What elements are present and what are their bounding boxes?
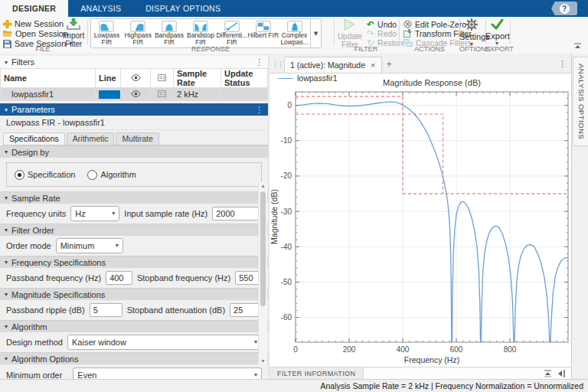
open-session-button[interactable]: Open Session [3, 29, 68, 38]
update-filter-button[interactable]: Update Filter [337, 18, 363, 49]
filter-line-cell[interactable] [96, 88, 121, 101]
filter-name-cell[interactable]: lowpassfir1 [1, 88, 96, 101]
lowpass-fir-button[interactable]: Lowpass FIR [91, 19, 122, 47]
col-sample-rate[interactable]: Sample Rate [174, 69, 221, 88]
section-divider [510, 20, 511, 44]
collapse-ribbon-icon[interactable] [573, 42, 582, 51]
filter-update-status-cell[interactable] [221, 88, 268, 101]
frequency-specs-section-header[interactable]: ▾ Frequency Specifications [0, 256, 268, 268]
gear-icon [466, 18, 478, 31]
col-line[interactable]: Line [96, 69, 121, 88]
expand-panel-icon[interactable] [544, 370, 552, 377]
edit-pole-zero-button[interactable]: Edit Pole-Zero [403, 20, 466, 28]
col-name[interactable]: Name [1, 69, 96, 88]
scroll-up-icon[interactable]: ▴ [259, 182, 267, 190]
help-button[interactable]: ? [551, 2, 577, 15]
tab-analysis[interactable]: ANALYSIS [68, 0, 133, 17]
algorithm-options-section-header[interactable]: ▾ Algorithm Options [0, 352, 268, 364]
col-update-status[interactable]: Update Status [221, 69, 268, 88]
parameters-menu-icon[interactable]: ⋮ [255, 105, 263, 115]
input-sample-rate-label: Input sample rate (Hz) [124, 209, 207, 218]
redo-button[interactable]: ↷ Redo [367, 29, 397, 38]
design-by-section-header[interactable]: ▾ Design by [0, 145, 268, 158]
bandstop-fir-button[interactable]: Bandstop FIR [185, 19, 217, 47]
design-method-dropdown[interactable]: Kaiser window ▾ [67, 335, 262, 350]
differentiator-fir-button[interactable]: Differenti... FIR [216, 19, 247, 47]
order-mode-dropdown[interactable]: Minimum ▾ [56, 238, 123, 253]
filter-legend-cell[interactable] [151, 88, 174, 101]
hilbert-icon [255, 21, 272, 32]
chevron-down-icon: ▾ [112, 211, 115, 217]
import-filter-button[interactable]: Import Filter [61, 18, 86, 48]
parameters-scrollbar[interactable]: ▴ ▾ [258, 182, 267, 365]
tab-specifications[interactable]: Specifications [3, 132, 65, 145]
export-check-icon [491, 18, 504, 30]
passband-frequency-field[interactable]: 400 [106, 271, 132, 285]
radio-specification[interactable]: Specification [15, 170, 75, 180]
collapse-triangle-icon: ▾ [5, 259, 8, 266]
scrollbar-thumb[interactable] [260, 191, 266, 306]
tab-display-options[interactable]: DISPLAY OPTIONS [133, 0, 233, 17]
col-visibility[interactable] [121, 69, 151, 88]
figure-menu-icon[interactable]: ⋮ [558, 59, 567, 69]
magnitude-specs-section-header[interactable]: ▾ Magnitude Specifications [0, 288, 268, 300]
filters-menu-icon[interactable]: ⋮ [255, 57, 263, 67]
bandpass-fir-button[interactable]: Bandpass FIR [154, 19, 185, 47]
drag-grip-icon[interactable]: ⋮⋮ [272, 60, 283, 68]
col-legend[interactable] [151, 69, 174, 88]
figure-tabbar: ⋮⋮ 1 (active): Magnitude × + ⋮ [270, 54, 571, 74]
line-color-swatch[interactable] [99, 90, 121, 99]
magnitude-response-chart[interactable]: Magnitude Response (dB) Frequency (Hz) M… [270, 73, 571, 368]
tab-multirate[interactable]: Multirate [116, 132, 158, 145]
frequency-units-dropdown[interactable]: Hz ▾ [70, 206, 119, 221]
close-icon[interactable]: × [371, 60, 375, 70]
dock-panel-icon[interactable] [558, 370, 565, 377]
scroll-down-icon[interactable]: ▾ [259, 358, 267, 365]
settings-button[interactable]: Settings ▾ [459, 18, 484, 47]
algorithm-section-header[interactable]: ▾ Algorithm [0, 320, 268, 332]
new-figure-icon[interactable]: + [387, 58, 393, 70]
complex-lowpass-icon [286, 21, 303, 32]
new-session-button[interactable]: New Session [3, 19, 64, 28]
filter-sample-rate-cell[interactable]: 2 kHz [174, 88, 221, 101]
eye-icon [131, 90, 141, 97]
figure-tab-magnitude[interactable]: 1 (active): Magnitude × [284, 57, 382, 73]
legend-column-icon [158, 74, 166, 81]
sample-rate-section-header[interactable]: ▾ Sample Rate [0, 191, 268, 204]
toolstrip-tabbar: DESIGNER ANALYSIS DISPLAY OPTIONS ? [0, 0, 588, 17]
filters-panel-header[interactable]: ▾ Filters ⋮ [0, 56, 268, 69]
analysis-options-tab[interactable]: ANALYSIS OPTIONS [573, 57, 588, 146]
complex-lowpass-fir-button[interactable]: Complex Lowpas... [279, 19, 310, 47]
right-strip: ANALYSIS OPTIONS [571, 54, 588, 379]
export-button[interactable]: Export ▾ [485, 18, 508, 47]
svg-text:-50: -50 [281, 278, 292, 286]
svg-text:200: 200 [343, 345, 356, 354]
undo-button[interactable]: ↶ Undo [367, 20, 397, 28]
tab-designer[interactable]: DESIGNER [0, 0, 68, 17]
filter-information-bar: FILTER INFORMATION [270, 367, 571, 379]
file-section-label: FILE [0, 45, 86, 53]
passband-ripple-field[interactable]: 5 [90, 303, 122, 317]
export-section-label: EXPORT [485, 45, 508, 53]
tab-arithmetic[interactable]: Arithmetic [67, 132, 115, 145]
filter-visibility-cell[interactable] [121, 88, 151, 101]
chevron-down-icon: ▾ [314, 28, 318, 38]
radio-algorithm[interactable]: Algorithm [87, 170, 136, 180]
filters-table-header-row: Name Line Sample Rate Update Status [1, 69, 268, 88]
gallery-expand-button[interactable]: ▾ [310, 19, 321, 47]
filter-row-lowpassfir1[interactable]: lowpassfir1 2 kHz [1, 88, 268, 101]
input-sample-rate-field[interactable]: 2000 [212, 207, 262, 220]
svg-text:-40: -40 [281, 243, 292, 251]
collapse-triangle-icon: ▾ [5, 227, 8, 234]
parameters-panel-header[interactable]: ▾ Parameters ⋮ [0, 103, 268, 116]
stopband-attenuation-field[interactable]: 25 [230, 303, 262, 317]
help-icon: ? [560, 4, 570, 14]
highpass-fir-button[interactable]: Highpass FIR [122, 19, 154, 47]
eye-icon [131, 74, 141, 81]
filter-information-tab[interactable]: FILTER INFORMATION [270, 368, 364, 379]
filters-panel-title: Filters [11, 57, 34, 67]
hilbert-fir-button[interactable]: Hilbert FIR [247, 19, 279, 47]
collapse-triangle-icon: ▾ [5, 59, 8, 66]
passband-frequency-label: Passband frequency (Hz) [6, 273, 101, 283]
filter-order-section-header[interactable]: ▾ Filter Order [0, 224, 268, 236]
